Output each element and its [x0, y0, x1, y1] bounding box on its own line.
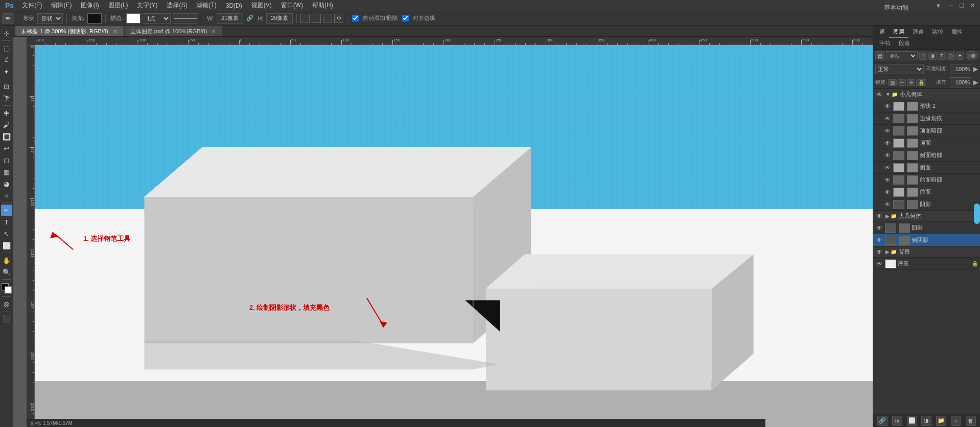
dodge-tool[interactable]: ○: [1, 190, 12, 201]
eye-side-dark[interactable]: 👁: [883, 151, 892, 160]
stroke-width-select[interactable]: 1点2点3点: [143, 13, 171, 24]
lasso-tool[interactable]: 𝓛: [1, 54, 12, 65]
fill-color-swatch[interactable]: [87, 13, 102, 24]
new-layer-btn[interactable]: +: [951, 416, 961, 426]
menu-3d[interactable]: 3D(D): [222, 1, 246, 10]
delete-layer-btn[interactable]: 🗑: [966, 416, 976, 426]
expand-background[interactable]: ▶: [885, 249, 890, 255]
filter-shape[interactable]: ⬡: [947, 52, 955, 60]
align-btn[interactable]: [312, 14, 321, 23]
filter-adj[interactable]: ◑: [928, 52, 937, 60]
eye-edge[interactable]: 👁: [883, 115, 892, 123]
pen-tool[interactable]: ✒: [1, 205, 12, 216]
menu-edit[interactable]: 编辑(E): [47, 0, 76, 11]
shape-select[interactable]: 形状路径像素: [37, 13, 63, 24]
minimize-btn[interactable]: ─: [946, 2, 956, 9]
move-tool[interactable]: ⊹: [1, 28, 12, 39]
menu-filter[interactable]: 滤镜(T): [192, 0, 220, 11]
layer-row-top-dark[interactable]: 👁 顶面暗部: [873, 125, 980, 137]
menu-file[interactable]: 文件(F): [18, 0, 46, 11]
eye-front-dark[interactable]: 👁: [883, 176, 892, 184]
filter-type-icon[interactable]: ▤: [875, 51, 884, 60]
heal-tool[interactable]: ✚: [1, 107, 12, 119]
quick-mask-btn[interactable]: ◎: [1, 298, 12, 309]
panel-tab-3[interactable]: 路径: [928, 27, 947, 38]
w-input[interactable]: 21像素: [217, 13, 243, 24]
layer-row-scenery[interactable]: 👁 序景 🔒: [873, 258, 980, 270]
eye-shape2[interactable]: 👁: [883, 102, 892, 110]
layer-row-side[interactable]: 👁 侧面: [873, 162, 980, 174]
layer-row-side-shadow[interactable]: 👁 侧阴影: [873, 234, 980, 246]
eye-scenery[interactable]: 👁: [875, 260, 883, 268]
color-swatch-container[interactable]: [2, 283, 12, 294]
filter-pixel[interactable]: □: [919, 52, 927, 60]
expand-xiaojiheti[interactable]: ▼: [885, 92, 891, 97]
close-btn[interactable]: ✕: [967, 2, 978, 9]
gradient-tool[interactable]: ▦: [1, 166, 12, 177]
opacity-input[interactable]: [950, 64, 971, 74]
filter-toggle[interactable]: [966, 51, 978, 60]
path-ops-btn[interactable]: [300, 14, 310, 23]
link-layers-btn[interactable]: 🔗: [877, 416, 888, 426]
menu-layer[interactable]: 图层(L): [104, 0, 132, 11]
eye-side-shadow[interactable]: 👁: [875, 236, 883, 244]
canvas-content[interactable]: 1. 选择钢笔工具 2. 绘制阴影形状，填充黑色: [35, 45, 873, 427]
filter-smart[interactable]: ✦: [956, 52, 964, 60]
shape-tool[interactable]: ⬜: [1, 240, 12, 251]
tab-1-close[interactable]: ✕: [212, 29, 216, 34]
panel-tab-5[interactable]: 字符: [875, 38, 895, 49]
opacity-dropdown[interactable]: ▶: [973, 65, 978, 73]
panel-tab-2[interactable]: 通道: [908, 27, 928, 38]
lock-transparent-btn[interactable]: ▨: [888, 79, 897, 86]
eye-side[interactable]: 👁: [883, 164, 892, 172]
layer-row-front[interactable]: 👁 前面: [873, 186, 980, 198]
stamp-tool[interactable]: 🔳: [1, 131, 12, 142]
new-group-btn[interactable]: 📁: [936, 416, 946, 426]
stroke-style-select[interactable]: ─────: [173, 13, 198, 24]
magic-wand-tool[interactable]: ✦: [1, 66, 12, 77]
gear-icon[interactable]: ⚙: [334, 14, 343, 23]
add-style-btn[interactable]: fx: [892, 416, 902, 426]
zoom-tool[interactable]: 🔍: [1, 266, 12, 278]
brush-tool[interactable]: 🖌: [1, 119, 12, 130]
expand-dajiheti[interactable]: ▶: [885, 213, 890, 219]
group-row-dajiheti[interactable]: 👁 ▶ 📁 大几何体: [873, 211, 980, 222]
tab-1[interactable]: 立体图形.psd @ 100%(RGB/8) ✕: [125, 26, 223, 36]
menu-image[interactable]: 图像(I): [77, 0, 103, 11]
h-input[interactable]: 20像素: [266, 13, 293, 24]
eye-background[interactable]: 👁: [875, 248, 883, 256]
eye-shadow-main[interactable]: 👁: [875, 224, 883, 232]
add-mask-btn[interactable]: ⬜: [907, 416, 917, 426]
eyedropper-tool[interactable]: 🔭: [1, 93, 12, 104]
tab-0[interactable]: 未标题-1 @ 300% (侧阴影, RGB/8) ✕: [15, 26, 124, 36]
stroke-color-swatch[interactable]: [126, 13, 141, 24]
rect-select-tool[interactable]: ⬚: [1, 42, 12, 54]
panel-tab-6[interactable]: 段落: [895, 38, 914, 49]
panel-tab-0[interactable]: 通: [875, 27, 889, 38]
menu-text[interactable]: 文字(Y): [133, 0, 161, 11]
lock-pixels-btn[interactable]: ✏: [898, 79, 906, 86]
menu-help[interactable]: 帮助(H): [308, 0, 337, 11]
eye-front[interactable]: 👁: [883, 188, 892, 196]
layer-row-front-dark[interactable]: 👁 前面暗部: [873, 174, 980, 186]
fill-input[interactable]: [950, 77, 971, 87]
layer-row-side-dark[interactable]: 👁 侧面暗部: [873, 149, 980, 162]
transform-btn[interactable]: [323, 14, 332, 23]
eye-xiaojiheti[interactable]: 👁: [875, 91, 883, 99]
tab-0-close[interactable]: ✕: [113, 29, 117, 34]
tool-pen-btn[interactable]: ✒: [2, 13, 14, 24]
blend-mode-select[interactable]: 正常: [875, 64, 924, 74]
layer-row-shadow-small[interactable]: 👁 阴影: [873, 198, 980, 211]
panel-tab-4[interactable]: 属性: [947, 27, 967, 38]
eraser-tool[interactable]: ◻: [1, 154, 12, 166]
text-tool[interactable]: T: [1, 216, 12, 228]
workspace-dropdown[interactable]: ▼: [931, 3, 945, 9]
crop-tool[interactable]: ⊡: [1, 81, 12, 92]
align-edges-cb[interactable]: [402, 15, 409, 21]
fill-dropdown[interactable]: ▶: [973, 79, 978, 86]
layers-list[interactable]: 👁 ▼ 📁 小几何体 👁 形状 2 👁: [873, 89, 980, 414]
lock-position-btn[interactable]: ✛: [907, 79, 915, 86]
group-row-background[interactable]: 👁 ▶ 📁 背景: [873, 246, 980, 258]
menu-select[interactable]: 选择(S): [162, 0, 191, 11]
auto-add-cb[interactable]: [352, 15, 359, 21]
